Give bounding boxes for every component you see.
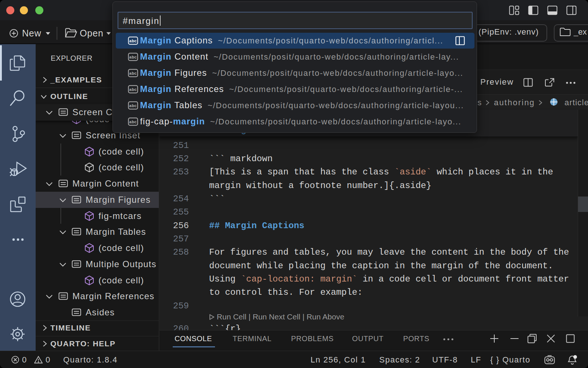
svg-text:abc: abc xyxy=(129,120,137,124)
svg-text:abc: abc xyxy=(129,87,137,92)
svg-text:abc: abc xyxy=(129,103,137,108)
svg-text:abc: abc xyxy=(129,71,137,75)
svg-text:abc: abc xyxy=(129,39,137,43)
svg-text:abc: abc xyxy=(129,55,137,59)
